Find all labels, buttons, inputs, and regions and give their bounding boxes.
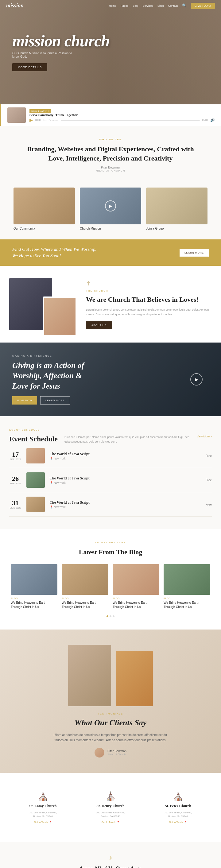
church-name-henry: St. Henry Church — [83, 804, 138, 808]
blog-card-3[interactable]: BLOG We Bring Heaven to Earth Through Ch… — [113, 564, 159, 609]
blog-tag-4: BLOG — [164, 597, 210, 599]
event-info-3: The World of Java Script 📍 New York — [50, 500, 200, 508]
church-icon-lamy: ⛪ — [15, 791, 71, 801]
nav-home[interactable]: Home — [109, 4, 116, 7]
event-schedule-title: Event Schedule — [9, 435, 58, 443]
giving-label: MAKING A DIFFERENCE — [12, 354, 98, 357]
nav-contact[interactable]: Contact — [168, 4, 178, 7]
blog-title-2: We Bring Heaven to Earth Through Christ … — [62, 601, 108, 609]
testimonial-author-block: Piter Bowman Head of Church — [12, 748, 209, 757]
church-link-henry[interactable]: Get In Touch 📍 — [83, 821, 138, 824]
nav-services[interactable]: Services — [143, 4, 153, 7]
nav-shop[interactable]: Shop — [157, 4, 164, 7]
nav-pages[interactable]: Pages — [121, 4, 129, 7]
blog-title-3: We Bring Heaven to Earth Through Christ … — [113, 601, 159, 609]
church-card-lamy: ⛪ St. Lamy Church 700 Old Street, Office… — [9, 785, 77, 830]
hero-section: mission church Our Church Mission is to … — [0, 0, 221, 104]
church-label: THE CHURCH — [86, 289, 212, 292]
testimonial-image-1 — [68, 645, 111, 706]
who-we-are-author: Piter Bowman — [19, 166, 202, 169]
player-badge: NOW PLAYING — [29, 109, 51, 113]
event-header-row: Event Schedule Duis sed ullamcorper. Nem… — [9, 435, 212, 444]
volume-icon[interactable]: 🔊 — [210, 118, 215, 122]
blog-card-2[interactable]: BLOG We Bring Heaven to Earth Through Ch… — [62, 564, 108, 609]
hero-cta-button[interactable]: MORE DETAILS — [12, 63, 47, 71]
who-we-are-title: Branding, Websites and Digital Experienc… — [19, 145, 202, 163]
hero-title: mission church — [12, 33, 221, 49]
church-text: ✝ THE CHURCH We are Church That Believes… — [77, 280, 212, 329]
subscribe-icon: ♪ — [9, 854, 212, 861]
church-description: Lorem ipsum dolor sit amet, consectetuer… — [86, 308, 212, 316]
giving-buttons: GIVE NOW LEARN MORE — [12, 396, 98, 405]
cards-row: Our Community ▶ Church Mission Join a Gr… — [0, 181, 221, 239]
testimonial-content: TESTIMONIALS What Our Clients Say Ullam … — [12, 712, 209, 757]
event-label: EVENT SCHEDULE — [9, 429, 212, 431]
gold-banner-button[interactable]: LEARN MORE — [180, 249, 209, 257]
event-price-3: Free — [206, 503, 212, 506]
blog-label: LATEST ARTICLES — [9, 541, 212, 544]
card-group[interactable]: Join a Group — [146, 188, 208, 230]
player-thumbnail — [7, 107, 26, 123]
hero-content: mission church Our Church Mission is to … — [12, 33, 221, 71]
event-view-more[interactable]: View More › — [197, 435, 212, 438]
church-title: We are Church That Believes in Loves! — [86, 295, 212, 304]
event-thumbnail-2 — [26, 472, 45, 488]
churches-section: ⛪ St. Lamy Church 700 Old Street, Office… — [0, 773, 221, 842]
church-about-button[interactable]: ABOUT US — [86, 321, 112, 329]
nav-blog[interactable]: Blog — [133, 4, 138, 7]
blog-dot-2[interactable] — [109, 615, 112, 617]
testimonial-section: TESTIMONIALS What Our Clients Say Ullam … — [0, 629, 221, 773]
blog-tag-3: BLOG — [113, 597, 159, 599]
location-icon-1: 📍 — [50, 457, 53, 460]
church-card-henry: ⛪ St. Henry Church 700 Old Street, Offic… — [77, 785, 144, 830]
blog-section: LATEST ARTICLES Latest From The Blog BLO… — [0, 529, 221, 629]
card-community-label: Our Community — [13, 227, 75, 230]
who-we-are-role: Head of Church — [19, 169, 202, 172]
blog-dot-3[interactable] — [113, 615, 115, 617]
player-progress-bar[interactable] — [61, 120, 200, 121]
church-secondary-image — [43, 297, 77, 336]
church-section: ✝ THE CHURCH We are Church That Believes… — [0, 266, 221, 343]
player-time-end: 05:00 — [202, 119, 208, 122]
author-role: Head of Church — [107, 753, 126, 756]
event-row: 17 Sep. 2022 The World of Java Script 📍 … — [9, 444, 212, 468]
location-pin-lamy: 📍 — [49, 821, 52, 824]
subscribe-section: ♪ Areas All of Us Struggle toTrust God w… — [0, 842, 221, 868]
blog-thumb-3 — [113, 564, 159, 595]
church-icon-peter: ⛪ — [150, 791, 206, 801]
giving-learn-more-button[interactable]: LEARN MORE — [40, 396, 70, 405]
event-date-2: 26 Sep. 2022 — [9, 475, 22, 485]
blog-title: Latest From The Blog — [9, 548, 212, 557]
card-community[interactable]: Our Community — [13, 188, 75, 230]
give-now-button[interactable]: GIVE NOW — [12, 396, 37, 405]
cta-button[interactable]: GIVE TODAY — [191, 3, 215, 9]
play-icon[interactable]: ▶ — [29, 118, 33, 123]
blog-card-4[interactable]: BLOG We Bring Heaven to Earth Through Ch… — [164, 564, 210, 609]
search-icon[interactable]: 🔍 — [182, 3, 187, 8]
blog-card-1[interactable]: BLOG We Bring Heaven to Earth Through Ch… — [11, 564, 57, 609]
blog-dot-1[interactable] — [106, 615, 108, 617]
location-icon-2: 📍 — [50, 481, 53, 484]
nav-links: Home Pages Blog Services Shop Contact 🔍 … — [109, 3, 215, 9]
player-info: NOW PLAYING Serve Somebody: Think Togeth… — [29, 107, 215, 123]
testimonial-images — [12, 645, 209, 706]
church-link-peter[interactable]: Get In Touch 📍 — [150, 821, 206, 824]
live-label: Live Broadcast — [43, 119, 58, 122]
blog-thumb-2 — [62, 564, 108, 595]
blog-thumb-4 — [164, 564, 210, 595]
card-mission-label: Church Mission — [80, 227, 141, 230]
event-title-block: Event Schedule — [9, 435, 58, 443]
location-pin-peter: 📍 — [184, 821, 187, 824]
who-we-are-label: WHO WE ARE — [19, 138, 202, 141]
church-name-peter: St. Peter Church — [150, 804, 206, 808]
blog-title-4: We Bring Heaven to Earth Through Christ … — [164, 601, 210, 609]
blog-tag-1: BLOG — [11, 597, 57, 599]
play-button[interactable]: ▶ — [190, 373, 202, 385]
card-community-image — [13, 188, 75, 224]
event-price-2: Free — [206, 478, 212, 482]
card-group-image — [146, 188, 208, 224]
chevron-right-icon: › — [211, 435, 212, 438]
card-mission[interactable]: ▶ Church Mission — [80, 188, 141, 230]
event-row: 26 Sep. 2022 The World of Java Script 📍 … — [9, 468, 212, 492]
church-link-lamy[interactable]: Get In Touch 📍 — [15, 821, 71, 824]
